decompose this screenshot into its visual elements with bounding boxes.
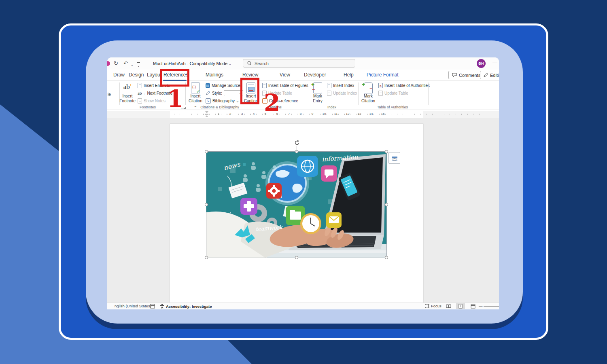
layout-options-icon <box>391 155 398 161</box>
group-divider <box>358 83 359 105</box>
tab-mailings[interactable]: Mailings <box>206 72 223 78</box>
bibliography-icon: ↳ <box>206 98 211 104</box>
footnotes-group-label: Footnotes <box>123 105 172 109</box>
selection-handle[interactable] <box>385 203 388 206</box>
undo-caret-icon[interactable]: ⌄ <box>131 62 134 68</box>
proofing-icon[interactable] <box>150 304 155 309</box>
insert-index-button[interactable]: Insert Index <box>327 83 357 88</box>
read-mode-button[interactable] <box>444 303 453 309</box>
title-caret-icon[interactable]: ⌄ <box>229 62 231 66</box>
update-index-button[interactable]: Update Index <box>327 90 357 96</box>
undo-icon[interactable]: ↶ <box>123 61 128 66</box>
rotation-handle-stem <box>297 146 297 152</box>
tab-review[interactable]: Review <box>242 72 258 78</box>
indent-marker-icon[interactable] <box>205 111 208 117</box>
citations-group-label: Citations & Bibliography <box>187 105 252 109</box>
tab-draw[interactable]: Draw <box>113 72 125 78</box>
mark-citation-icon: +− <box>359 82 377 94</box>
mark-citation-label2: Citation <box>359 99 377 104</box>
editing-button[interactable]: Editing <box>480 71 499 79</box>
word-window: ↻ ↶ ⌄ ⌄ MucLucHinhAnh - Compatibility Mo… <box>107 57 499 309</box>
insert-footnote-icon: ab1 <box>119 82 136 94</box>
mark-citation-button[interactable]: +− Mark Citation <box>359 82 377 104</box>
insert-table-of-figures-button[interactable]: Insert Table of Figures <box>262 83 308 88</box>
accessibility-status[interactable]: Accessibility: Investigate <box>160 304 212 309</box>
style-pen-icon <box>206 91 210 95</box>
step2-highlight-box <box>240 78 259 104</box>
cropped-profile-icon <box>107 61 110 66</box>
next-footnote-icon: ab→ <box>138 91 145 95</box>
selection-handle[interactable] <box>385 256 388 259</box>
pencil-icon <box>484 73 488 77</box>
insert-endnote-icon <box>138 83 142 88</box>
editing-label: Editing <box>490 73 499 78</box>
update-index-icon <box>327 91 331 96</box>
step1-number: 1 <box>167 87 183 110</box>
redo-icon[interactable]: ↻ <box>114 61 118 66</box>
step2-number: 2 <box>264 91 280 114</box>
tab-design[interactable]: Design <box>129 72 144 78</box>
show-notes-icon <box>138 98 142 104</box>
insert-table-of-authorities-button[interactable]: a Insert Table of Authorities <box>378 83 430 88</box>
mark-citation-label1: Mark <box>359 94 377 99</box>
selection-handle[interactable] <box>385 150 388 153</box>
minimize-button[interactable]: — <box>492 60 497 66</box>
group-divider <box>307 83 307 105</box>
web-layout-button[interactable] <box>469 303 478 309</box>
mark-entry-icon: +− <box>309 82 327 94</box>
style-selector[interactable]: Style: ⌄ <box>206 90 243 96</box>
insert-citation-label1: Insert <box>187 94 204 99</box>
focus-button[interactable]: Focus <box>425 304 441 308</box>
update-table-authorities-icon <box>378 91 383 96</box>
title-bar: ↻ ↶ ⌄ ⌄ MucLucHinhAnh - Compatibility Mo… <box>107 57 499 70</box>
tab-picture-format[interactable]: Picture Format <box>367 72 399 78</box>
mark-entry-label1: Mark <box>309 94 327 99</box>
comment-icon <box>452 73 457 77</box>
mark-entry-button[interactable]: +− Mark Entry <box>309 82 327 104</box>
comments-label: Comments <box>459 73 480 78</box>
tab-view[interactable]: View <box>280 72 290 78</box>
search-input[interactable]: Search <box>243 59 355 68</box>
group-divider <box>428 83 429 105</box>
index-group-label: Index <box>322 105 342 109</box>
search-icon <box>247 61 252 66</box>
avatar[interactable]: ĐH <box>477 59 486 68</box>
document-picture[interactable]: news information teamwork <box>206 152 386 258</box>
ruler[interactable]: 123456789101112131415 <box>107 111 499 118</box>
language-status[interactable]: nglish (United States) <box>115 304 151 308</box>
tab-developer[interactable]: Developer <box>304 72 326 78</box>
layout-options-button[interactable] <box>388 152 400 164</box>
selection-handle[interactable] <box>295 256 298 259</box>
insert-footnote-label1: Insert <box>119 94 136 99</box>
quick-access-caret-icon[interactable]: ⌄ <box>137 62 140 69</box>
insert-table-of-figures-icon <box>262 83 267 88</box>
insert-index-icon <box>327 83 331 88</box>
cropped-ribbon-text: le <box>108 92 111 97</box>
manage-sources-icon: ▤ <box>206 83 210 88</box>
focus-icon <box>425 304 429 308</box>
print-layout-button[interactable] <box>456 303 465 309</box>
selection-handle[interactable] <box>205 203 208 206</box>
rotation-handle[interactable] <box>294 140 300 146</box>
bibliography-button[interactable]: ↳ Bibliography ⌄ <box>206 98 243 104</box>
document-title: MucLucHinhAnh - Compatibility Mode ⌄ <box>153 61 231 66</box>
accessibility-icon <box>160 304 164 309</box>
step1-highlight-box <box>160 69 189 87</box>
authorities-group-label: Table of Authorities <box>372 105 413 109</box>
selection-handle[interactable] <box>205 150 208 153</box>
technology-illustration: news information teamwork <box>206 152 386 258</box>
document-title-text: MucLucHinhAnh - Compatibility Mode <box>153 61 227 66</box>
selection-handle[interactable] <box>205 256 208 259</box>
mark-entry-label2: Entry <box>309 99 327 104</box>
search-placeholder: Search <box>255 61 269 66</box>
comments-button[interactable]: Comments <box>448 71 484 79</box>
zoom-slider[interactable] <box>484 306 499 307</box>
insert-footnote-button[interactable]: ab1 Insert Footnote <box>119 82 136 104</box>
tab-layout[interactable]: Layout <box>147 72 161 78</box>
update-table-authorities-button[interactable]: Update Table <box>378 90 430 96</box>
status-bar: nglish (United States) Accessibility: In… <box>107 303 499 309</box>
zoom-out-button[interactable]: — <box>479 304 483 308</box>
insert-table-of-authorities-icon: a <box>378 83 383 88</box>
manage-sources-button[interactable]: ▤ Manage Sources <box>206 83 243 88</box>
tab-help[interactable]: Help <box>344 72 354 78</box>
